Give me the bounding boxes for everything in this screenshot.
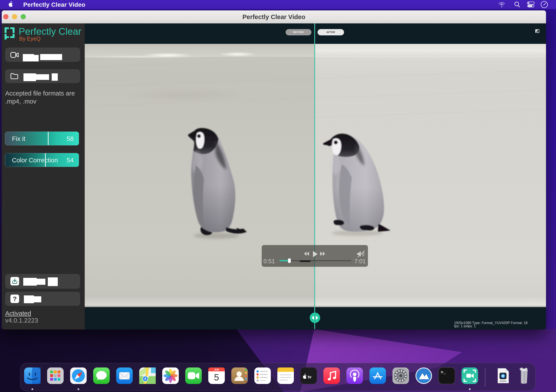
svg-text:tv: tv — [308, 375, 311, 379]
svg-text:>_: >_ — [441, 370, 446, 375]
svg-text:WEBM: WEBM — [500, 380, 506, 383]
svg-text:5: 5 — [214, 372, 219, 383]
svg-text:JUN: JUN — [214, 368, 219, 371]
